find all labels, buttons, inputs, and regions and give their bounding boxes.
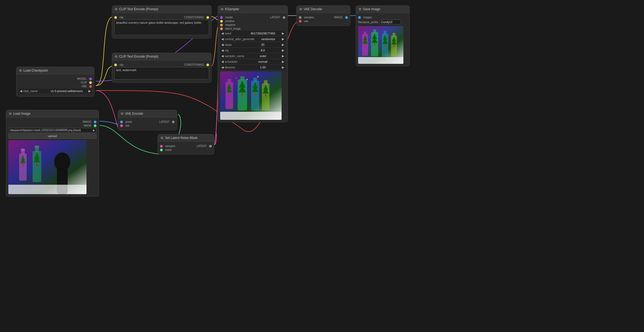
save-image-status-dot (359, 8, 361, 11)
ksampler-cfg-prev[interactable]: ◀ (221, 48, 224, 52)
ksampler-denoise-next[interactable]: ▶ (282, 65, 284, 69)
ksampler-negative-port[interactable] (220, 24, 223, 26)
vae-encode-pixels-port[interactable] (120, 121, 123, 123)
load-image-mask-port[interactable] (94, 124, 96, 127)
checkpoint-ckpt-selector[interactable]: ◀ ckpt_name v1-5-pruned.safetensors ▶ (19, 89, 92, 93)
checkpoint-model-port[interactable] (89, 78, 92, 80)
checkpoint-vae-port[interactable] (89, 85, 92, 88)
clip1-prompt-textarea[interactable]: beautiful scenery nature glass bottle la… (114, 20, 209, 35)
latent-noise-header: Set Latent Noise Mask (158, 134, 214, 142)
load-image-image-port-row: IMAGE (8, 120, 96, 123)
ksampler-control-row[interactable]: ◀ control_after_generate randomize ▶ (220, 37, 285, 41)
checkpoint-ckpt-prev[interactable]: ◀ (20, 89, 22, 93)
vae-decode-header: VAE Decode (297, 6, 350, 13)
save-image-images-port[interactable] (358, 16, 361, 19)
ksampler-latent-image-port[interactable] (220, 27, 223, 30)
ksampler-latent-label: LATENT (270, 16, 280, 19)
latent-noise-latent-port[interactable] (209, 145, 212, 148)
checkpoint-ckpt-next[interactable]: ▶ (88, 89, 91, 93)
ksampler-control-next[interactable]: ▶ (282, 37, 284, 41)
svg-rect-61 (393, 44, 394, 47)
ksampler-header: KSampler (218, 6, 288, 13)
ksampler-scheduler-label: scheduler (224, 60, 244, 63)
clip2-conditioning-port[interactable] (206, 64, 209, 66)
vae-decode-vae-port[interactable] (299, 20, 302, 23)
svg-point-40 (236, 78, 237, 79)
svg-rect-6 (22, 163, 23, 166)
load-image-mask-port-row: MASK (8, 124, 96, 127)
svg-rect-37 (220, 112, 282, 120)
clip2-prompt-textarea[interactable]: text, watermark (114, 67, 209, 79)
ksampler-steps-prev[interactable]: ◀ (221, 43, 224, 47)
ksampler-seed-next[interactable]: ▶ (282, 32, 284, 35)
ksampler-steps-label: steps (224, 43, 244, 46)
ksampler-model-port[interactable] (220, 16, 223, 19)
load-image-image-port[interactable] (94, 121, 96, 123)
vae-decode-vae-row: vae (299, 20, 348, 23)
load-image-mask-label: MASK (84, 124, 91, 127)
load-checkpoint-node: Load Checkpoint MODEL CLIP VAE ◀ ckpt_na… (16, 67, 94, 97)
svg-rect-28 (253, 78, 257, 81)
svg-point-9 (34, 145, 39, 148)
ksampler-scheduler-next[interactable]: ▶ (282, 60, 284, 64)
ksampler-denoise-prev[interactable]: ◀ (221, 65, 224, 69)
save-image-node: Save Image images filename_prefix (356, 5, 410, 66)
svg-rect-31 (255, 92, 256, 96)
svg-rect-46 (365, 44, 366, 46)
save-image-filename-input[interactable] (379, 20, 401, 25)
ksampler-seed-row[interactable]: ◀ seed 461726629677450 ▶ (220, 31, 285, 36)
clip1-conditioning-port[interactable] (206, 16, 209, 19)
clip1-conditioning-label: CONDITIONING (184, 16, 204, 19)
clip2-clip-port[interactable] (114, 64, 117, 66)
vae-decode-samples-label: samples (304, 16, 314, 19)
vae-decode-image-port[interactable] (345, 16, 348, 19)
load-image-image-label: IMAGE (83, 120, 91, 123)
load-image-upload-btn[interactable]: upload (8, 133, 96, 139)
ksampler-denoise-row[interactable]: ◀ denoise 1.00 ▶ (220, 65, 285, 70)
ksampler-steps-value: 20 (244, 43, 282, 46)
vae-decode-samples-row: samples IMAGE (299, 16, 348, 19)
clip1-clip-port[interactable] (114, 16, 117, 19)
load-image-status-dot (9, 112, 12, 115)
ksampler-sampler-row[interactable]: ◀ sampler_name euler ▶ (220, 54, 285, 58)
ksampler-scheduler-row[interactable]: ◀ scheduler normal ▶ (220, 59, 285, 64)
ksampler-seed-label: seed (224, 32, 244, 35)
vae-encode-latent-port[interactable] (172, 121, 175, 123)
ksampler-steps-row[interactable]: ◀ steps 20 ▶ (220, 42, 285, 47)
save-image-images-label: images (363, 16, 372, 19)
ksampler-cfg-row[interactable]: ◀ cfg 8.0 ▶ (220, 48, 285, 53)
svg-rect-26 (242, 92, 243, 97)
ksampler-latent-port[interactable] (283, 16, 285, 19)
load-image-title: Load Image (13, 112, 30, 116)
ksampler-seed-prev[interactable]: ◀ (221, 32, 224, 35)
ksampler-sampler-prev[interactable]: ◀ (221, 54, 224, 58)
ksampler-scheduler-prev[interactable]: ◀ (221, 60, 224, 64)
clip-text-encode-2-node: CLIP Text Encode (Prompt) clip CONDITION… (112, 53, 212, 83)
checkpoint-clip-port[interactable] (89, 81, 92, 84)
vae-decode-samples-port[interactable] (299, 16, 302, 19)
ksampler-steps-next[interactable]: ▶ (282, 43, 284, 47)
svg-rect-62 (358, 57, 403, 64)
ksampler-cfg-next[interactable]: ▶ (282, 48, 284, 52)
latent-noise-samples-label: samples (165, 145, 175, 148)
latent-noise-samples-port[interactable] (160, 145, 163, 148)
ksampler-control-prev[interactable]: ◀ (221, 37, 224, 41)
ksampler-seed-value: 461726629677450 (244, 32, 282, 35)
checkpoint-model-port-row: MODEL (19, 77, 92, 80)
vae-encode-vae-port[interactable] (120, 124, 123, 127)
ksampler-positive-port[interactable] (220, 20, 223, 23)
ksampler-latent-image-row: latent_image (220, 27, 285, 30)
latent-noise-mask-port[interactable] (160, 149, 163, 151)
save-image-header: Save Image (356, 6, 409, 13)
ksampler-sampler-value: euler (244, 54, 282, 58)
vae-decode-image-label: IMAGE (334, 16, 343, 19)
vae-encode-vae-row: vae (120, 124, 175, 127)
ksampler-sampler-next[interactable]: ▶ (282, 54, 284, 58)
load-image-header: Load Image (6, 110, 99, 117)
ksampler-control-value: randomize (255, 37, 282, 41)
load-image-filepath-arrow[interactable]: ▶ (93, 129, 95, 132)
svg-rect-43 (364, 32, 366, 35)
svg-rect-18 (227, 79, 231, 83)
latent-noise-mask-row: mask (160, 148, 212, 151)
checkpoint-vae-port-row: VAE (19, 85, 92, 88)
